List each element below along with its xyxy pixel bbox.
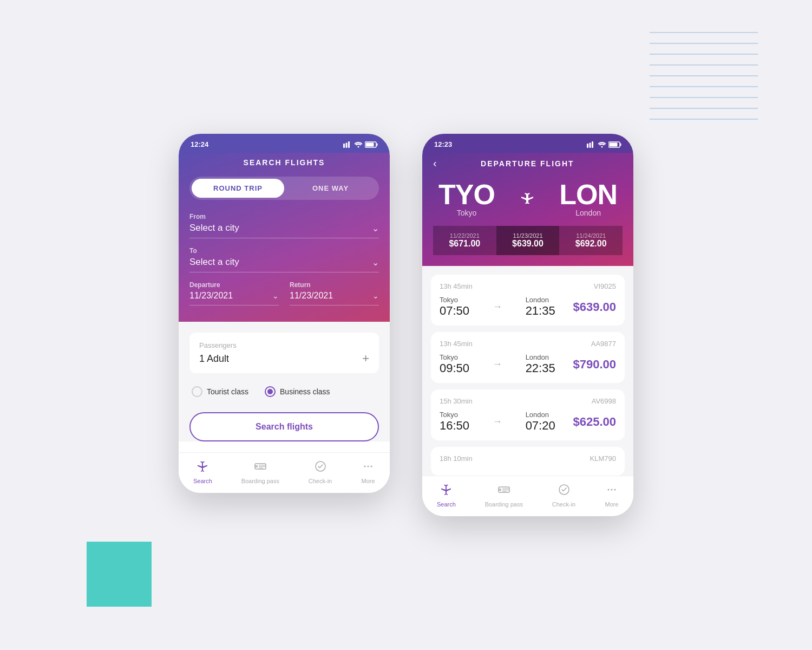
round-trip-btn[interactable]: ROUND TRIP: [192, 179, 284, 198]
svg-rect-26: [587, 144, 588, 148]
flight-departure-1: 09:50: [440, 361, 469, 375]
flight-arrow-0: →: [487, 301, 508, 313]
nav-more-s1[interactable]: More: [361, 459, 375, 484]
business-class-label: Business class: [280, 387, 330, 396]
one-way-btn[interactable]: ONE WAY: [284, 179, 377, 198]
date-tab-0[interactable]: 11/22/2021 $671.00: [433, 226, 496, 255]
nav-more-label-s2: More: [605, 501, 619, 508]
class-selection: Tourist class Business class: [189, 386, 379, 397]
return-field: Return 11/23/2021 ⌄: [290, 281, 379, 306]
svg-rect-15: [366, 142, 374, 146]
date-tab-2-price: $692.00: [561, 239, 620, 249]
departure-selector[interactable]: 11/23/2021 ⌄: [189, 291, 279, 306]
check-icon-s2: [557, 483, 571, 499]
flight-dest-2: London 07:20: [526, 411, 555, 433]
flight-dest-0: London 21:35: [526, 296, 555, 318]
tourist-class-option[interactable]: Tourist class: [192, 386, 248, 397]
flight-arrow-2: →: [487, 416, 508, 427]
flight-arrival-2: 07:20: [526, 419, 555, 433]
nav-checkin-label-s1: Check-in: [309, 478, 332, 484]
to-selector[interactable]: Select a city ⌄: [189, 257, 379, 272]
from-label: From: [189, 213, 379, 220]
svg-rect-28: [592, 141, 593, 148]
departure-screen: 12:23 ‹ DEPARTURE FLIGHT TYO Tokyo: [422, 134, 633, 516]
svg-rect-10: [346, 142, 348, 148]
flight-arrival-0: 21:35: [526, 304, 555, 318]
search-flights-button[interactable]: Search flights: [189, 412, 379, 441]
date-selector: 11/22/2021 $671.00 11/23/2021 $639.00 11…: [433, 226, 623, 255]
bg-lines-decoration: [650, 22, 758, 130]
search-title: SEARCH FLIGHTS: [189, 153, 379, 177]
business-class-radio: [265, 386, 276, 397]
passengers-label: Passengers: [199, 341, 369, 349]
flight-arrival-1: 22:35: [526, 361, 555, 375]
nav-search-label-s2: Search: [437, 501, 456, 508]
ticket-icon-s1: [253, 459, 267, 476]
nav-boarding-label-s2: Boarding pass: [485, 501, 523, 508]
screens-container: 12:24 SEARCH FLIGHTS ROUND TRIP ONE WAY …: [179, 134, 633, 516]
departure-value: 11/23/2021: [189, 291, 233, 301]
flight-origin-2: Tokyo 16:50: [440, 411, 469, 433]
flight-card-3[interactable]: 18h 10min KLM790: [431, 447, 625, 476]
bottom-nav-s1: Search Boarding pass: [179, 452, 390, 493]
flight-dest-name-1: London: [526, 353, 555, 361]
svg-point-25: [371, 466, 372, 467]
from-selector[interactable]: Select a city ⌄: [189, 223, 379, 238]
nav-boarding-label-s1: Boarding pass: [241, 478, 279, 484]
to-arrow-icon: ⌄: [372, 257, 379, 268]
flight-card-top-3: 18h 10min KLM790: [440, 454, 616, 463]
bottom-nav-s2: Search Boarding pass: [422, 476, 633, 516]
date-tab-2[interactable]: 11/24/2021 $692.00: [559, 226, 623, 255]
flight-card-0[interactable]: 13h 45min VI9025 Tokyo 07:50 → London 21…: [431, 275, 625, 326]
to-value: Select a city: [189, 257, 239, 268]
nav-more-s2[interactable]: More: [605, 483, 619, 508]
route-plane-icon: [514, 191, 541, 207]
return-selector[interactable]: 11/23/2021 ⌄: [290, 291, 379, 306]
departure-arrow-icon: ⌄: [272, 291, 279, 300]
flight-card-2[interactable]: 15h 30min AV6998 Tokyo 16:50 → London 07…: [431, 389, 625, 440]
origin-city: TYO Tokyo: [438, 180, 495, 217]
flight-number-2: AV6998: [592, 397, 616, 405]
date-tab-0-date: 11/22/2021: [435, 232, 494, 239]
from-field-group: From Select a city ⌄: [189, 213, 379, 238]
flight-arrow-1: →: [487, 359, 508, 370]
flight-duration-3: 18h 10min: [440, 454, 473, 463]
status-icons-s1: [343, 141, 378, 148]
search-body: Passengers 1 Adult + Tourist class Busin…: [179, 322, 390, 441]
flight-origin-0: Tokyo 07:50: [440, 296, 469, 318]
from-arrow-icon: ⌄: [372, 223, 379, 233]
passengers-card: Passengers 1 Adult +: [189, 333, 379, 373]
business-class-option[interactable]: Business class: [265, 386, 330, 397]
nav-boarding-s2[interactable]: Boarding pass: [485, 483, 523, 508]
flight-results: 13h 45min VI9025 Tokyo 07:50 → London 21…: [422, 266, 633, 476]
to-label: To: [189, 247, 379, 255]
dots-icon-s1: [361, 459, 375, 476]
back-button[interactable]: ‹: [433, 157, 437, 170]
flight-card-top-1: 13h 45min AA9877: [440, 340, 616, 348]
flight-card-main-2: Tokyo 16:50 → London 07:20 $625.00: [440, 411, 616, 433]
nav-search-s2[interactable]: Search: [437, 483, 456, 508]
nav-checkin-s1[interactable]: Check-in: [309, 459, 332, 484]
flight-dest-name-0: London: [526, 296, 555, 304]
search-header: SEARCH FLIGHTS ROUND TRIP ONE WAY From S…: [179, 153, 390, 322]
ticket-icon-s2: [497, 483, 511, 499]
dest-code: LON: [559, 180, 617, 209]
svg-point-41: [611, 489, 613, 491]
nav-search-s1[interactable]: Search: [193, 459, 212, 484]
nav-search-label-s1: Search: [193, 478, 212, 484]
add-passenger-button[interactable]: +: [362, 353, 369, 365]
svg-rect-27: [590, 142, 591, 148]
dots-icon-s2: [605, 483, 619, 499]
nav-boarding-s1[interactable]: Boarding pass: [241, 459, 279, 484]
flight-card-1[interactable]: 13h 45min AA9877 Tokyo 09:50 → London 22…: [431, 332, 625, 383]
date-tab-1[interactable]: 11/23/2021 $639.00: [496, 226, 560, 255]
svg-point-29: [601, 146, 603, 147]
flight-price-1: $790.00: [573, 358, 616, 372]
svg-rect-9: [343, 144, 345, 148]
flight-card-top-0: 13h 45min VI9025: [440, 282, 616, 290]
nav-checkin-s2[interactable]: Check-in: [552, 483, 575, 508]
business-class-radio-inner: [267, 389, 273, 394]
flight-number-1: AA9877: [591, 340, 616, 348]
flight-origin-name-2: Tokyo: [440, 411, 469, 419]
flight-dest-name-2: London: [526, 411, 555, 419]
